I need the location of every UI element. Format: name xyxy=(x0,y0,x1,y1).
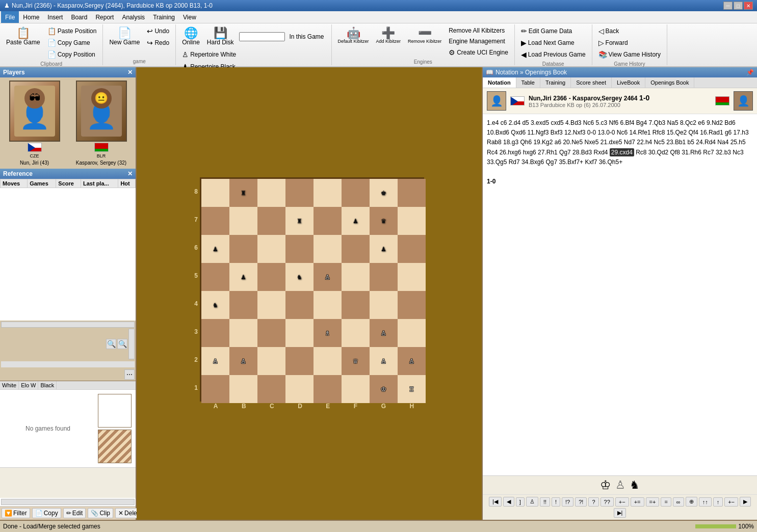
paste-position-button[interactable]: 📋 Paste Position xyxy=(44,25,100,37)
find-position-input[interactable] xyxy=(239,32,285,41)
ann-up[interactable]: ↑ xyxy=(713,497,723,507)
maximize-button[interactable]: □ xyxy=(734,2,743,10)
board-square-g1[interactable]: ♔ xyxy=(370,375,398,403)
menu-board[interactable]: Board xyxy=(67,11,91,23)
board-square-e2[interactable] xyxy=(314,347,342,375)
board-square-g3[interactable]: ♙ xyxy=(370,319,398,347)
tab-openings-book[interactable]: Openings Book xyxy=(645,77,694,88)
redo-button[interactable]: ↪ Redo xyxy=(144,37,172,48)
ann-exclaim[interactable]: ! xyxy=(552,497,560,507)
add-kibitzer-button[interactable]: ➕ Add Kibitzer xyxy=(373,25,404,46)
zoom-out-button[interactable]: 🔍 xyxy=(117,339,127,349)
board-square-d1[interactable] xyxy=(285,375,314,403)
board-square-e7[interactable] xyxy=(314,207,342,235)
online-button[interactable]: 🌐 Online xyxy=(179,25,203,48)
board-square-d7[interactable]: ♜ xyxy=(285,207,314,235)
players-close-button[interactable]: ✕ xyxy=(127,69,133,76)
board-square-b7[interactable] xyxy=(229,207,257,235)
board-square-a2[interactable]: ♙ xyxy=(201,347,229,375)
ann-exclaim2[interactable]: !! xyxy=(540,497,550,507)
board-square-e1[interactable] xyxy=(314,375,342,403)
new-game-button[interactable]: 📄 New Game xyxy=(106,25,143,48)
menu-analysis[interactable]: Analysis xyxy=(118,11,149,23)
ann-inf[interactable]: ∞ xyxy=(673,497,684,507)
board-square-f6[interactable] xyxy=(342,235,370,263)
notation-pin-button[interactable]: 📌 xyxy=(746,69,754,76)
board-square-f1[interactable] xyxy=(342,375,370,403)
edit-button[interactable]: ✏ Edit xyxy=(63,508,86,518)
board-square-g4[interactable] xyxy=(370,291,398,319)
board-square-b8[interactable]: ♜ xyxy=(229,179,257,207)
board-square-g5[interactable] xyxy=(370,263,398,291)
board-square-h5[interactable] xyxy=(398,263,426,291)
board-square-g7[interactable]: ♛ xyxy=(370,207,398,235)
ann-dev[interactable]: +− xyxy=(724,497,738,507)
board-square-h8[interactable] xyxy=(398,179,426,207)
ann-exq[interactable]: !? xyxy=(562,497,573,507)
default-kibitzer-button[interactable]: 🤖 Default Kibitzer xyxy=(335,25,372,46)
board-square-c1[interactable] xyxy=(257,375,285,403)
board-square-e5[interactable]: ♙ xyxy=(314,263,342,291)
filter-button[interactable]: 🔽 Filter xyxy=(2,508,30,518)
board-square-g8[interactable]: ♚ xyxy=(370,179,398,207)
board-square-c8[interactable] xyxy=(257,179,285,207)
remove-all-kibitzers-button[interactable]: Remove All Kibitzers xyxy=(446,25,511,36)
chess-board[interactable]: ♜♚♜♟♛♟♟♟♞♙♞♗♙♙♙♕♙♙♔♖ xyxy=(200,177,424,402)
board-square-f8[interactable] xyxy=(342,179,370,207)
ann-qex[interactable]: ?! xyxy=(575,497,587,507)
edit-game-data-button[interactable]: ✏ Edit Game Data xyxy=(518,25,589,37)
board-square-c5[interactable] xyxy=(257,263,285,291)
reference-close-button[interactable]: ✕ xyxy=(127,170,133,177)
ann-eq-plus[interactable]: =+ xyxy=(646,497,660,507)
board-square-b3[interactable] xyxy=(229,319,257,347)
board-square-a4[interactable]: ♞ xyxy=(201,291,229,319)
repertoire-white-button[interactable]: ♙ Repertoire White xyxy=(179,49,239,60)
board-square-a5[interactable] xyxy=(201,263,229,291)
board-square-h2[interactable]: ♙ xyxy=(398,347,426,375)
piece-king-white[interactable]: ♔ xyxy=(600,478,611,492)
board-square-c2[interactable] xyxy=(257,347,285,375)
board-square-g2[interactable]: ♙ xyxy=(370,347,398,375)
minimize-button[interactable]: ─ xyxy=(723,2,733,10)
in-this-game-button[interactable]: In this Game xyxy=(286,32,327,42)
copy-button[interactable]: 📄 Copy xyxy=(32,508,61,518)
board-square-e4[interactable] xyxy=(314,291,342,319)
highlighted-move[interactable]: 29.cxd4 xyxy=(610,148,634,156)
board-square-c4[interactable] xyxy=(257,291,285,319)
board-square-d3[interactable] xyxy=(285,319,314,347)
board-square-d2[interactable] xyxy=(285,347,314,375)
board-square-a8[interactable] xyxy=(201,179,229,207)
board-square-h3[interactable] xyxy=(398,319,426,347)
copy-position-button[interactable]: 📄 Copy Position xyxy=(44,49,100,60)
tab-livebook[interactable]: LiveBook xyxy=(612,77,645,88)
nav-forward[interactable]: ▶ xyxy=(740,497,751,507)
copy-game-button[interactable]: 📄 Copy Game xyxy=(44,37,100,48)
board-square-d5[interactable]: ♞ xyxy=(285,263,314,291)
clip-button[interactable]: 📎 Clip xyxy=(88,508,113,518)
board-square-f5[interactable] xyxy=(342,263,370,291)
nav-back[interactable]: ◀ xyxy=(503,497,514,507)
ann-q2[interactable]: ?? xyxy=(601,497,614,507)
paste-game-button[interactable]: 📋 Paste Game xyxy=(3,25,43,48)
menu-home[interactable]: Home xyxy=(19,11,43,23)
board-square-a6[interactable]: ♟ xyxy=(201,235,229,263)
load-previous-game-button[interactable]: ◀ Load Previous Game xyxy=(518,49,589,60)
games-scrollbar-h[interactable] xyxy=(1,499,135,505)
ann-plus-eq[interactable]: += xyxy=(631,497,644,507)
board-square-d4[interactable] xyxy=(285,291,314,319)
tab-score-sheet[interactable]: Score sheet xyxy=(571,77,612,88)
nav-start[interactable]: |◀ xyxy=(489,497,502,507)
undo-button[interactable]: ↩ Undo xyxy=(144,25,172,37)
tab-table[interactable]: Table xyxy=(516,77,540,88)
zoom-in-button[interactable]: 🔍 xyxy=(106,339,116,349)
board-square-c6[interactable] xyxy=(257,235,285,263)
board-square-h1[interactable]: ♖ xyxy=(398,375,426,403)
back-button[interactable]: ◁ Back xyxy=(595,25,664,37)
ref-scrollbar-v[interactable] xyxy=(128,329,135,359)
board-square-b2[interactable]: ♙ xyxy=(229,347,257,375)
board-square-f4[interactable] xyxy=(342,291,370,319)
tab-training[interactable]: Training xyxy=(540,77,571,88)
close-button[interactable]: ✕ xyxy=(744,2,753,10)
ref-scrollbar-bottom[interactable] xyxy=(1,361,135,367)
board-square-a1[interactable] xyxy=(201,375,229,403)
